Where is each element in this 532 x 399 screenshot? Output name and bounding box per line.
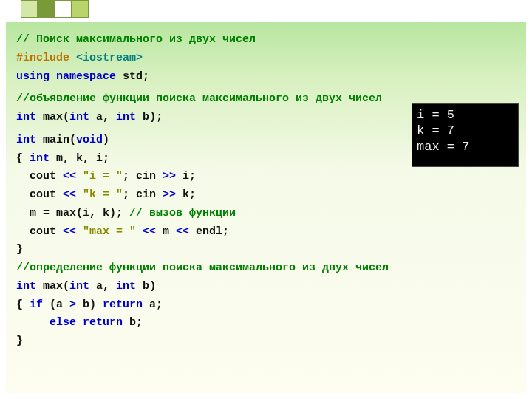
code-line: //определение функции поиска максимально… [16, 259, 516, 278]
console-row: i = 5 [417, 107, 514, 123]
code-line: else return b; [16, 314, 516, 332]
code-line: m = max(i, k); // вызов функции [16, 205, 516, 223]
include-target: <iostream> [76, 52, 143, 64]
header-decoration [21, 0, 89, 18]
code-line: cout << "max = " << m << endl; [16, 223, 516, 242]
code-line: #include <iostream> [16, 50, 516, 68]
console-row: max = 7 [417, 139, 514, 154]
comment: //определение функции поиска максимально… [16, 262, 389, 274]
code-line: cout << "i = "; cin >> i; [16, 168, 516, 186]
code-line: using namespace std; [16, 68, 516, 86]
code-line: cout << "k = "; cin >> k; [16, 186, 516, 205]
comment: // Поиск максимального из двух чисел [16, 33, 256, 46]
code-line: } [16, 241, 516, 259]
console-output: i = 5 k = 7 max = 7 [412, 103, 519, 167]
code-panel: // Поиск максимального из двух чисел #in… [6, 22, 526, 393]
code-line: // Поиск максимального из двух чисел [16, 31, 516, 50]
code-line: } [16, 332, 516, 351]
comment: //объявление функции поиска максимальног… [16, 92, 382, 105]
console-row: k = 7 [417, 123, 514, 138]
preproc: #include [16, 52, 76, 64]
code-line: { if (a > b) return a; [16, 296, 516, 315]
code-line: int max(int a, int b) [16, 278, 516, 296]
